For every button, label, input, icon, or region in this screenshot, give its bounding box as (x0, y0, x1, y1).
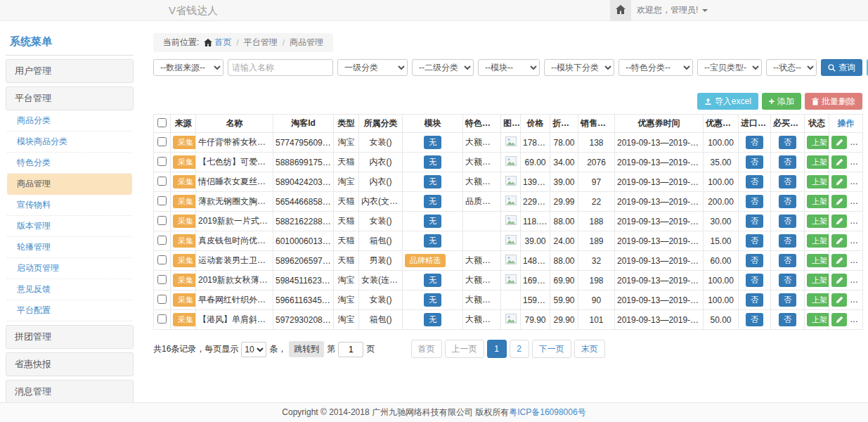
product-category: 内衣() (359, 153, 403, 172)
data-source-select[interactable]: --数据来源-- (153, 59, 224, 76)
page-button-2[interactable]: 2 (510, 340, 529, 358)
per-page-select[interactable]: 10 (241, 342, 266, 357)
edit-button[interactable] (831, 175, 847, 188)
must-buy-badge[interactable]: 否 (779, 195, 796, 207)
sidebar-subitem-商品管理[interactable]: 商品管理 (7, 174, 132, 195)
row-checkbox[interactable] (157, 216, 167, 225)
import-select-badge[interactable]: 否 (746, 175, 763, 188)
item-type-select[interactable]: --宝贝类型-- (697, 59, 762, 76)
row-checkbox[interactable] (157, 314, 167, 324)
must-buy-badge[interactable]: 否 (779, 293, 796, 306)
import-select-badge[interactable]: 否 (746, 195, 763, 207)
status-badge[interactable]: 上架 (807, 274, 829, 286)
sidebar-item-消息管理[interactable]: 消息管理 (6, 380, 134, 404)
select-all-checkbox[interactable] (157, 118, 167, 127)
sidebar-subitem-启动页管理[interactable]: 启动页管理 (7, 258, 132, 279)
edit-button[interactable] (831, 215, 847, 228)
row-checkbox[interactable] (157, 295, 167, 304)
page-button-1[interactable]: 1 (487, 340, 507, 358)
add-button[interactable]: + 添加 (762, 93, 801, 110)
row-checkbox[interactable] (157, 177, 167, 186)
import-select-badge[interactable]: 否 (746, 234, 763, 247)
must-buy-badge[interactable]: 否 (779, 155, 796, 168)
edit-button[interactable] (831, 195, 847, 208)
import-select-badge[interactable]: 否 (746, 293, 763, 306)
must-buy-badge[interactable]: 否 (779, 175, 796, 188)
status-badge[interactable]: 上架 (807, 136, 829, 148)
sidebar-subitem-平台配置[interactable]: 平台配置 (7, 300, 132, 321)
sidebar-subitem-版本管理[interactable]: 版本管理 (7, 216, 132, 237)
sidebar-submenu: 商品分类模块商品分类特色分类商品管理宣传物料版本管理轮播管理启动页管理意见反馈平… (6, 110, 134, 321)
must-buy-badge[interactable]: 否 (779, 136, 796, 148)
sidebar-subitem-商品分类[interactable]: 商品分类 (7, 110, 132, 132)
must-buy-badge[interactable]: 否 (779, 254, 796, 267)
column-header-进口优选: 进口优选 (739, 115, 771, 133)
level1-category-select[interactable]: 一级分类 (337, 59, 408, 76)
status-badge[interactable]: 上架 (807, 234, 829, 247)
import-select-badge[interactable]: 否 (746, 313, 763, 326)
status-select[interactable]: --状态-- (766, 59, 817, 76)
breadcrumb-home-link[interactable]: 首页 (204, 37, 231, 49)
status-badge[interactable]: 上架 (807, 215, 829, 227)
icp-link[interactable]: 粤ICP备16098006号 (509, 407, 585, 418)
sidebar-item-用户管理[interactable]: 用户管理 (6, 59, 134, 83)
import-select-badge[interactable]: 否 (746, 155, 763, 168)
import-select-badge[interactable]: 否 (746, 136, 763, 148)
name-input[interactable] (228, 59, 333, 76)
home-button[interactable] (610, 0, 631, 20)
sidebar-subitem-特色分类[interactable]: 特色分类 (7, 153, 132, 174)
jump-page-input[interactable] (338, 342, 363, 357)
jump-button[interactable]: 跳转到 (289, 341, 324, 357)
status-badge[interactable]: 上架 (807, 293, 829, 306)
row-checkbox[interactable] (157, 196, 167, 205)
sidebar-item-平台管理[interactable]: 平台管理 (6, 87, 134, 110)
edit-button[interactable] (831, 293, 847, 307)
page-button-末页[interactable]: 末页 (574, 340, 605, 358)
edit-button[interactable] (831, 313, 847, 326)
product-name: 情侣睡衣女夏丝绸男士... (196, 172, 273, 192)
module-select[interactable]: --模块-- (478, 59, 540, 76)
row-checkbox[interactable] (157, 137, 167, 146)
product-type: 天猫 (334, 212, 359, 231)
edit-button[interactable] (831, 254, 847, 267)
must-buy-badge[interactable]: 否 (779, 215, 796, 227)
sidebar-subitem-宣传物料[interactable]: 宣传物料 (7, 195, 132, 216)
thumbnail-icon (505, 176, 517, 186)
row-checkbox[interactable] (157, 236, 167, 245)
source-badge: 采集 (173, 293, 196, 306)
sidebar-subitem-模块商品分类[interactable]: 模块商品分类 (7, 132, 132, 153)
must-buy-badge[interactable]: 否 (779, 274, 796, 286)
user-menu[interactable]: 欢迎您，管理员! (637, 0, 708, 20)
import-excel-button[interactable]: 导入excel (697, 93, 758, 110)
column-header-折后价: 折后价 (550, 115, 578, 133)
edit-button[interactable] (831, 234, 847, 248)
import-select-badge[interactable]: 否 (746, 274, 763, 286)
sidebar-item-拼团管理[interactable]: 拼团管理 (6, 325, 134, 349)
edit-button[interactable] (831, 274, 847, 287)
level2-category-select[interactable]: --二级分类-- (412, 59, 474, 76)
edit-button[interactable] (831, 136, 847, 149)
sidebar-subitem-轮播管理[interactable]: 轮播管理 (7, 237, 132, 258)
edit-button[interactable] (831, 155, 847, 169)
import-select-badge[interactable]: 否 (746, 254, 763, 267)
module-subcategory-select[interactable]: --模块下分类-- (544, 59, 614, 76)
feature-category-select[interactable]: --特色分类-- (618, 59, 693, 76)
status-badge[interactable]: 上架 (807, 313, 829, 326)
product-category: 女装() (359, 133, 403, 153)
page-button-下一页[interactable]: 下一页 (532, 340, 571, 358)
page-button-上一页: 上一页 (445, 340, 484, 358)
must-buy-badge[interactable]: 否 (779, 313, 796, 326)
status-badge[interactable]: 上架 (807, 155, 829, 168)
must-buy-badge[interactable]: 否 (779, 234, 796, 247)
search-button[interactable]: 查询 (821, 59, 862, 76)
batch-delete-button[interactable]: 批量删除 (805, 93, 862, 110)
sidebar-item-省惠快报[interactable]: 省惠快报 (6, 352, 134, 376)
status-badge[interactable]: 上架 (807, 254, 829, 267)
row-checkbox[interactable] (157, 255, 167, 264)
status-badge[interactable]: 上架 (807, 175, 829, 188)
import-select-badge[interactable]: 否 (746, 215, 763, 227)
row-checkbox[interactable] (157, 275, 167, 284)
sidebar-subitem-意见反馈[interactable]: 意见反馈 (7, 279, 132, 300)
row-checkbox[interactable] (157, 157, 167, 166)
status-badge[interactable]: 上架 (807, 195, 829, 207)
